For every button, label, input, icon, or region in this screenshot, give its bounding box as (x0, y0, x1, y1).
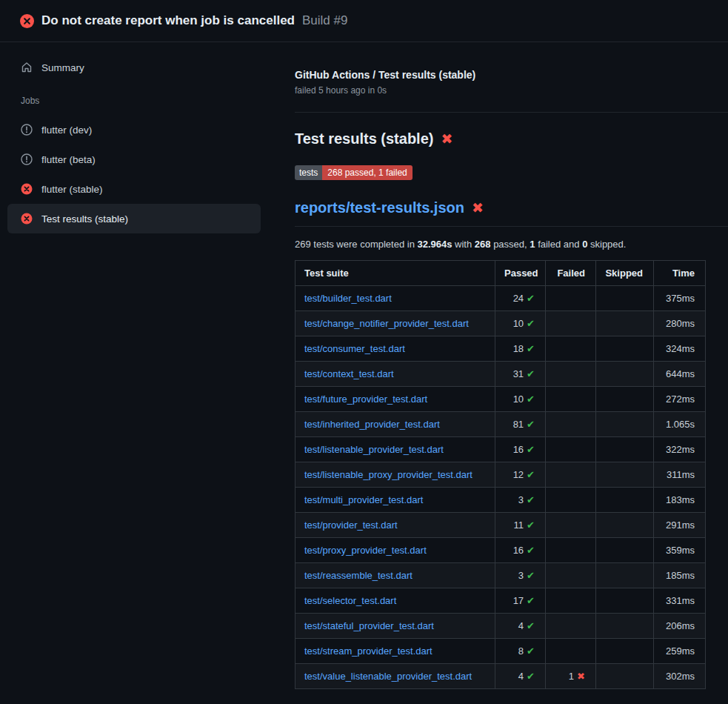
breadcrumb: GitHub Actions / Test results (stable) (295, 69, 728, 81)
suite-time: 644ms (654, 362, 706, 387)
suite-time: 375ms (654, 286, 706, 311)
passed-count: 81 (513, 419, 524, 430)
suite-link[interactable]: test/builder_test.dart (304, 293, 392, 304)
suite-time: 359ms (654, 538, 706, 563)
neutral-status-icon (21, 124, 33, 136)
page-header: Do not create report when job is cancell… (0, 0, 728, 42)
pass-check-icon: ✔ (527, 343, 535, 354)
sidebar-item-summary[interactable]: Summary (7, 54, 261, 81)
run-status-line: failed 5 hours ago in 0s (295, 85, 728, 96)
col-header-skipped: Skipped (596, 261, 654, 286)
suite-link[interactable]: test/multi_provider_test.dart (304, 494, 423, 505)
pass-check-icon: ✔ (527, 293, 535, 304)
table-row: test/context_test.dart 31✔ 644ms (295, 362, 706, 387)
passed-count: 11 (514, 519, 524, 531)
report-heading: reports/test-results.json ✖ (295, 199, 728, 227)
failed-x-icon: ✖ (441, 132, 453, 146)
suite-time: 206ms (654, 614, 706, 639)
sidebar-item-label: flutter (beta) (41, 154, 96, 165)
neutral-status-icon (21, 153, 33, 165)
home-icon (21, 62, 33, 73)
passed-count: 31 (513, 368, 524, 379)
suite-time: 185ms (654, 563, 706, 588)
passed-count: 18 (513, 343, 524, 354)
suite-link[interactable]: test/listenable_proxy_provider_test.dart (304, 469, 472, 480)
report-link[interactable]: reports/test-results.json (295, 199, 464, 216)
suite-time: 259ms (654, 639, 706, 664)
suite-link[interactable]: test/inherited_provider_test.dart (304, 419, 440, 430)
pass-check-icon: ✔ (527, 570, 535, 581)
sidebar-item-label: Test results (stable) (41, 213, 128, 225)
summary-line: 269 tests were completed in 32.964s with… (295, 239, 728, 250)
passed-count: 4 (518, 671, 524, 682)
passed-count: 8 (518, 645, 524, 657)
failed-status-icon (20, 14, 34, 28)
suite-link[interactable]: test/stream_provider_test.dart (304, 645, 433, 657)
suite-link[interactable]: test/selector_test.dart (304, 595, 396, 606)
failed-status-icon (21, 183, 33, 195)
table-row: test/consumer_test.dart 18✔ 324ms (295, 336, 706, 362)
table-row: test/provider_test.dart 11✔ 291ms (295, 513, 706, 538)
failed-status-icon (21, 213, 33, 225)
suite-link[interactable]: test/value_listenable_provider_test.dart (304, 671, 472, 682)
col-header-passed: Passed (495, 261, 546, 286)
passed-count: 3 (518, 570, 524, 581)
sidebar-item-flutter-dev[interactable]: flutter (dev) (7, 115, 261, 145)
sidebar-item-flutter-beta[interactable]: flutter (beta) (7, 145, 261, 174)
suite-time: 302ms (654, 664, 706, 689)
table-row: test/builder_test.dart 24✔ 375ms (295, 286, 706, 311)
badge-value: 268 passed, 1 failed (322, 165, 412, 180)
failed-x-icon: ✖ (472, 201, 484, 215)
results-table: Test suite Passed Failed Skipped Time te… (295, 260, 706, 689)
divider (295, 112, 728, 113)
sidebar: Summary Jobs flutter (dev) flut (0, 42, 274, 704)
suite-time: 331ms (654, 588, 706, 614)
suite-time: 322ms (654, 437, 706, 462)
suite-link[interactable]: test/change_notifier_provider_test.dart (304, 318, 469, 329)
page-title: Do not create report when job is cancell… (41, 13, 295, 28)
pass-check-icon: ✔ (527, 368, 535, 379)
tests-badge: tests268 passed, 1 failed (295, 165, 413, 180)
pass-check-icon: ✔ (527, 645, 535, 657)
pass-check-icon: ✔ (527, 519, 535, 531)
sidebar-item-label: flutter (stable) (41, 184, 103, 195)
table-row: test/inherited_provider_test.dart 81✔ 1.… (295, 412, 706, 437)
table-row: test/change_notifier_provider_test.dart … (295, 311, 706, 336)
suite-link[interactable]: test/reassemble_test.dart (304, 570, 413, 581)
table-row: test/listenable_proxy_provider_test.dart… (295, 462, 706, 488)
build-number: Build #9 (302, 13, 347, 28)
suite-time: 1.065s (654, 412, 706, 437)
pass-check-icon: ✔ (527, 620, 535, 631)
pass-check-icon: ✔ (527, 444, 535, 455)
pass-check-icon: ✔ (527, 393, 535, 405)
suite-link[interactable]: test/provider_test.dart (304, 519, 398, 531)
sidebar-item-label: flutter (dev) (41, 124, 92, 136)
passed-count: 10 (513, 318, 524, 329)
passed-count: 17 (513, 595, 524, 606)
suite-time: 183ms (654, 488, 706, 513)
suite-link[interactable]: test/proxy_provider_test.dart (304, 545, 427, 556)
passed-count: 3 (518, 494, 524, 505)
sidebar-item-test-results-stable[interactable]: Test results (stable) (7, 204, 261, 233)
table-row: test/value_listenable_provider_test.dart… (295, 664, 706, 689)
suite-link[interactable]: test/future_provider_test.dart (304, 393, 427, 405)
results-table-body: test/builder_test.dart 24✔ 375ms test/ch… (295, 286, 706, 689)
section-title-text: Test results (stable) (295, 130, 433, 147)
suite-link[interactable]: test/context_test.dart (304, 368, 394, 379)
suite-link[interactable]: test/consumer_test.dart (304, 343, 405, 354)
passed-count: 10 (513, 393, 524, 405)
table-row: test/multi_provider_test.dart 3✔ 183ms (295, 488, 706, 513)
table-row: test/listenable_provider_test.dart 16✔ 3… (295, 437, 706, 462)
pass-check-icon: ✔ (527, 595, 535, 606)
section-title: Test results (stable) ✖ (295, 130, 728, 147)
suite-link[interactable]: test/listenable_provider_test.dart (304, 444, 444, 455)
suite-time: 324ms (654, 336, 706, 362)
pass-check-icon: ✔ (527, 419, 535, 430)
passed-count: 16 (513, 545, 524, 556)
pass-check-icon: ✔ (527, 318, 535, 329)
sidebar-item-flutter-stable[interactable]: flutter (stable) (7, 174, 261, 204)
suite-link[interactable]: test/stateful_provider_test.dart (304, 620, 434, 631)
table-row: test/proxy_provider_test.dart 16✔ 359ms (295, 538, 706, 563)
pass-check-icon: ✔ (527, 671, 535, 682)
jobs-section-label: Jobs (21, 96, 274, 106)
